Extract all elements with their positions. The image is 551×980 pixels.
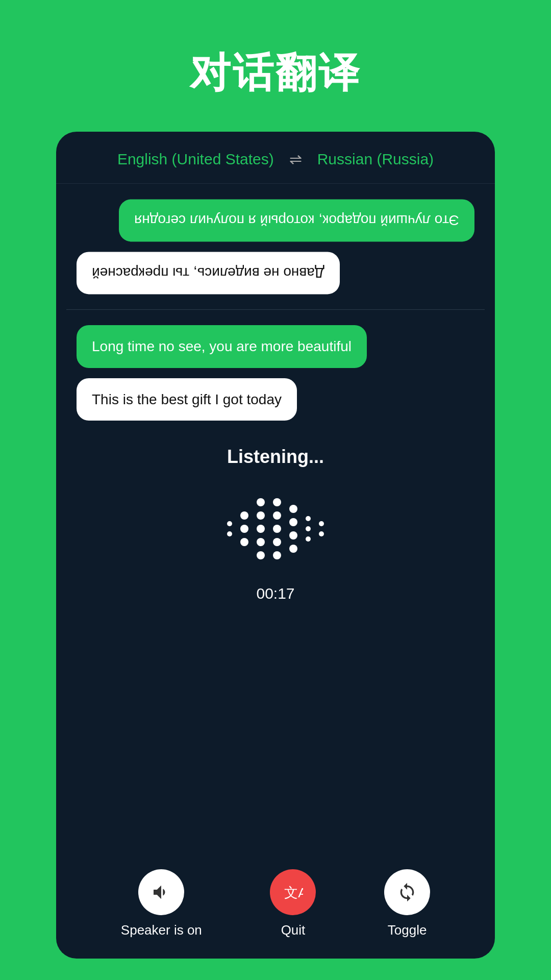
wave-dot bbox=[227, 521, 232, 526]
wave-col-2 bbox=[240, 511, 248, 546]
svg-text:文A: 文A bbox=[285, 885, 304, 900]
lower-messages-area: Long time no see, you are more beautiful… bbox=[56, 310, 495, 435]
speaker-icon bbox=[151, 882, 171, 902]
wave-dot bbox=[306, 516, 311, 521]
bottom-controls: Speaker is on 文A Quit Toggle bbox=[56, 859, 495, 959]
main-card: English (United States) ⇌ Russian (Russi… bbox=[56, 132, 495, 959]
speaker-button[interactable] bbox=[138, 869, 184, 915]
language-bar: English (United States) ⇌ Russian (Russi… bbox=[56, 132, 495, 184]
speaker-control: Speaker is on bbox=[121, 869, 202, 938]
wave-dot bbox=[240, 538, 248, 546]
upper-msg-row-0: Это лучший подарок, который я получил се… bbox=[77, 199, 474, 241]
wave-dot bbox=[257, 498, 265, 506]
upper-msg-row-1: Давно не виделись, ты прекрасней bbox=[77, 252, 474, 294]
upper-messages-area: Давно не виделись, ты прекрасней Это луч… bbox=[56, 184, 495, 309]
listening-section: Listening... bbox=[56, 436, 495, 859]
lower-msg-row-1: This is the best gift I got today bbox=[77, 378, 474, 421]
quit-control: 文A Quit bbox=[270, 869, 316, 938]
wave-dot bbox=[257, 538, 265, 546]
wave-col-3 bbox=[257, 498, 265, 559]
toggle-icon bbox=[397, 882, 417, 902]
upper-message-0: Это лучший подарок, который я получил се… bbox=[119, 199, 474, 241]
lower-msg-row-0: Long time no see, you are more beautiful bbox=[77, 325, 474, 368]
swap-icon[interactable]: ⇌ bbox=[289, 150, 302, 168]
wave-col-5 bbox=[289, 505, 297, 553]
toggle-control: Toggle bbox=[384, 869, 430, 938]
page-title: 对话翻译 bbox=[190, 46, 361, 101]
wave-col-7 bbox=[319, 521, 324, 536]
wave-dot bbox=[257, 511, 265, 520]
right-language: Russian (Russia) bbox=[317, 151, 434, 168]
wave-dot bbox=[273, 538, 281, 546]
left-language: English (United States) bbox=[117, 151, 274, 168]
waveform bbox=[227, 483, 324, 575]
wave-dot bbox=[227, 531, 232, 536]
translate-icon: 文A bbox=[283, 882, 303, 902]
wave-dot bbox=[240, 525, 248, 533]
wave-dot bbox=[306, 526, 311, 531]
toggle-label: Toggle bbox=[388, 922, 427, 938]
upper-message-1: Давно не виделись, ты прекрасней bbox=[77, 252, 340, 294]
wave-dot bbox=[273, 551, 281, 559]
wave-col-6 bbox=[306, 516, 311, 542]
quit-button[interactable]: 文A bbox=[270, 869, 316, 915]
wave-col-4 bbox=[273, 498, 281, 559]
wave-dot bbox=[319, 531, 324, 536]
quit-label: Quit bbox=[281, 922, 306, 938]
wave-dot bbox=[289, 545, 297, 553]
wave-dot bbox=[257, 551, 265, 559]
listening-label: Listening... bbox=[227, 446, 324, 468]
wave-dot bbox=[319, 521, 324, 526]
wave-dot bbox=[273, 498, 281, 506]
timer-display: 00:17 bbox=[256, 585, 294, 602]
wave-col-1 bbox=[227, 521, 232, 536]
wave-dot bbox=[306, 536, 311, 542]
wave-dot bbox=[240, 511, 248, 520]
wave-dot bbox=[289, 505, 297, 513]
lower-message-0: Long time no see, you are more beautiful bbox=[77, 325, 367, 368]
wave-dot bbox=[257, 525, 265, 533]
toggle-button[interactable] bbox=[384, 869, 430, 915]
speaker-label: Speaker is on bbox=[121, 922, 202, 938]
wave-dot bbox=[273, 511, 281, 520]
wave-dot bbox=[289, 518, 297, 526]
lower-message-1: This is the best gift I got today bbox=[77, 378, 297, 421]
wave-dot bbox=[273, 525, 281, 533]
wave-dot bbox=[289, 531, 297, 540]
